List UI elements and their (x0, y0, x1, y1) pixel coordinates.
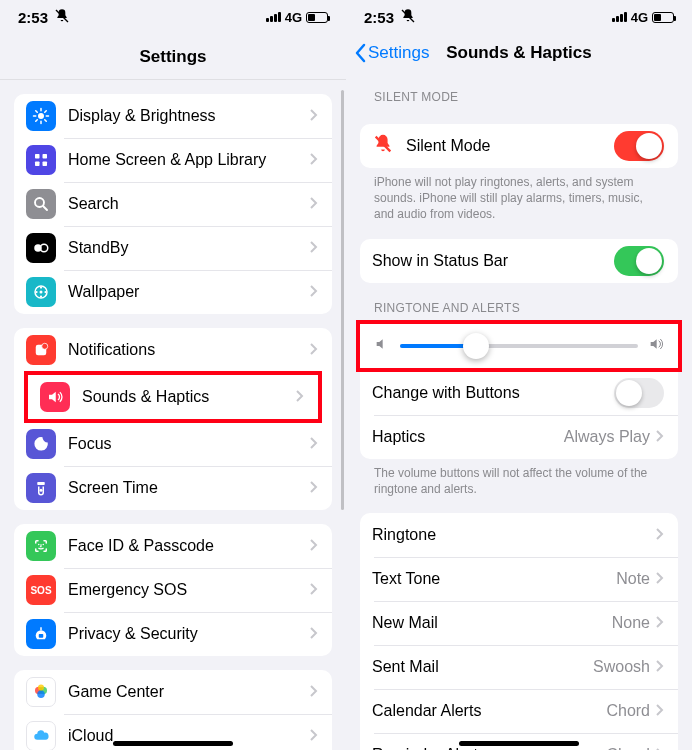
svg-point-1 (38, 113, 44, 119)
chevron-right-icon (310, 283, 318, 301)
svg-rect-3 (43, 154, 48, 159)
settings-row-sounds[interactable]: Sounds & Haptics (28, 375, 318, 419)
settings-row-sos[interactable]: SOSEmergency SOS (14, 568, 332, 612)
ringtone-controls-group: Change with Buttons Haptics Always Play (360, 371, 678, 459)
silent-mode-label: Silent Mode (406, 137, 614, 155)
change-with-buttons-row[interactable]: Change with Buttons (360, 371, 678, 415)
chevron-right-icon (656, 570, 664, 588)
row-value: Chord (606, 702, 650, 720)
row-label: Text Tone (372, 570, 616, 588)
network-label: 4G (631, 10, 648, 25)
chevron-right-icon (310, 537, 318, 555)
standby-icon (26, 233, 56, 263)
section-header-ringtone: RINGTONE AND ALERTS (346, 283, 692, 321)
sos-icon: SOS (26, 575, 56, 605)
signal-icon (612, 12, 627, 22)
haptics-value: Always Play (564, 428, 650, 446)
settings-row-privacy[interactable]: Privacy & Security (14, 612, 332, 656)
settings-row-gamecenter[interactable]: Game Center (14, 670, 332, 714)
row-label: Sounds & Haptics (82, 388, 296, 406)
sounds-icon (40, 382, 70, 412)
row-label: Focus (68, 435, 310, 453)
row-label: Screen Time (68, 479, 310, 497)
back-label: Settings (368, 43, 429, 63)
settings-group: Display & BrightnessHome Screen & App Li… (14, 94, 332, 314)
haptics-row[interactable]: Haptics Always Play (360, 415, 678, 459)
screentime-icon (26, 473, 56, 503)
settings-row-notifications[interactable]: Notifications (14, 328, 332, 372)
row-label: Game Center (68, 683, 310, 701)
volume-slider-row[interactable] (360, 324, 678, 368)
settings-row-homescreen[interactable]: Home Screen & App Library (14, 138, 332, 182)
chevron-right-icon (310, 341, 318, 359)
row-value: Swoosh (593, 658, 650, 676)
svg-line-7 (43, 206, 47, 210)
gamecenter-icon (26, 677, 56, 707)
change-with-buttons-toggle[interactable] (614, 378, 664, 408)
battery-icon (652, 12, 674, 23)
battery-icon (306, 12, 328, 23)
sound-row-sent-mail[interactable]: Sent MailSwoosh (360, 645, 678, 689)
sound-row-ringtone[interactable]: Ringtone (360, 513, 678, 557)
back-button[interactable]: Settings (354, 43, 429, 63)
faceid-icon (26, 531, 56, 561)
wallpaper-icon (26, 277, 56, 307)
settings-row-screentime[interactable]: Screen Time (14, 466, 332, 510)
svg-point-14 (35, 291, 37, 293)
row-label: Search (68, 195, 310, 213)
silent-mode-toggle[interactable] (614, 131, 664, 161)
chevron-right-icon (310, 683, 318, 701)
home-indicator[interactable] (113, 741, 233, 746)
settings-group: Game CenteriCloudWallet & Apple Pay (14, 670, 332, 750)
scrollbar[interactable] (341, 90, 344, 510)
sound-row-calendar-alerts[interactable]: Calendar AlertsChord (360, 689, 678, 733)
settings-row-display[interactable]: Display & Brightness (14, 94, 332, 138)
chevron-right-icon (656, 526, 664, 544)
page-title: Settings (0, 34, 346, 80)
chevron-right-icon (310, 581, 318, 599)
slider-thumb[interactable] (463, 333, 489, 359)
homescreen-icon (26, 145, 56, 175)
haptics-label: Haptics (372, 428, 564, 446)
settings-row-search[interactable]: Search (14, 182, 332, 226)
chevron-right-icon (296, 388, 304, 406)
settings-row-faceid[interactable]: Face ID & Passcode (14, 524, 332, 568)
sound-row-new-mail[interactable]: New MailNone (360, 601, 678, 645)
settings-row-wallpaper[interactable]: Wallpaper (14, 270, 332, 314)
show-statusbar-row[interactable]: Show in Status Bar (360, 239, 678, 283)
row-label: Face ID & Passcode (68, 537, 310, 555)
silent-indicator-icon (54, 8, 70, 27)
settings-row-standby[interactable]: StandBy (14, 226, 332, 270)
svg-point-13 (40, 295, 42, 297)
svg-point-25 (37, 691, 45, 699)
show-statusbar-toggle[interactable] (614, 246, 664, 276)
signal-icon (266, 12, 281, 22)
search-icon (26, 189, 56, 219)
silent-footer: iPhone will not play ringtones, alerts, … (346, 168, 692, 223)
sounds-highlight: Sounds & Haptics (24, 371, 322, 423)
icloud-icon (26, 721, 56, 750)
settings-row-focus[interactable]: Focus (14, 422, 332, 466)
row-label: Sent Mail (372, 658, 593, 676)
row-value: None (612, 614, 650, 632)
chevron-right-icon (656, 702, 664, 720)
chevron-right-icon (656, 658, 664, 676)
row-label: StandBy (68, 239, 310, 257)
row-label: Notifications (68, 341, 310, 359)
silent-mode-group: Silent Mode (360, 124, 678, 168)
row-label: Emergency SOS (68, 581, 310, 599)
home-indicator[interactable] (459, 741, 579, 746)
svg-point-21 (43, 544, 45, 546)
row-value: Chord (606, 746, 650, 750)
chevron-right-icon (656, 614, 664, 632)
svg-rect-22 (39, 634, 44, 638)
svg-point-12 (40, 286, 42, 288)
chevron-right-icon (310, 151, 318, 169)
chevron-right-icon (310, 479, 318, 497)
volume-slider[interactable] (400, 344, 638, 348)
row-label: Home Screen & App Library (68, 151, 310, 169)
silent-mode-row[interactable]: Silent Mode (360, 124, 678, 168)
svg-rect-4 (35, 162, 40, 167)
sound-row-text-tone[interactable]: Text ToneNote (360, 557, 678, 601)
row-label: Privacy & Security (68, 625, 310, 643)
